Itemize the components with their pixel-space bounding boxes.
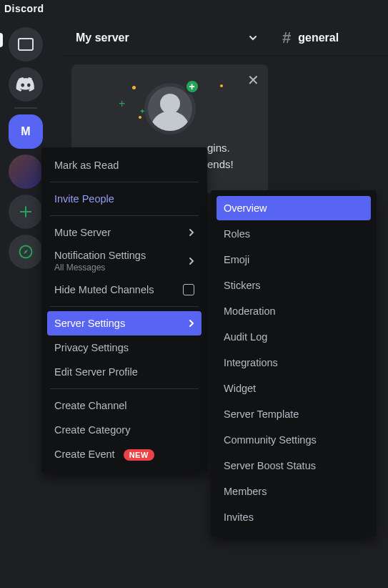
- invite-avatar[interactable]: +: [144, 83, 196, 134]
- invite-line2: ends!: [207, 157, 234, 173]
- submenu-stickers[interactable]: Stickers: [217, 273, 371, 298]
- submenu-moderation[interactable]: Moderation: [217, 299, 371, 323]
- submenu-roles[interactable]: Roles: [217, 222, 371, 246]
- app-title: Discord: [4, 3, 44, 14]
- hash-icon: #: [282, 29, 291, 47]
- menu-create-category[interactable]: Create Category: [47, 418, 202, 442]
- submenu-community-settings[interactable]: Community Settings: [217, 428, 371, 452]
- menu-mark-as-read[interactable]: Mark as Read: [47, 153, 202, 177]
- channel-header[interactable]: # general: [269, 20, 388, 56]
- server-my-server[interactable]: M: [9, 114, 43, 149]
- submenu-audit-log[interactable]: Audit Log: [217, 325, 371, 349]
- checkbox-icon: [183, 284, 194, 295]
- server-name-dropdown[interactable]: My server: [64, 20, 269, 56]
- chevron-right-icon: [189, 319, 194, 328]
- menu-edit-server-profile[interactable]: Edit Server Profile: [47, 360, 202, 384]
- add-badge-icon: +: [184, 79, 200, 94]
- menu-server-settings[interactable]: Server Settings: [47, 311, 202, 335]
- menu-hide-muted-channels[interactable]: Hide Muted Channels: [47, 278, 202, 302]
- menu-notification-settings[interactable]: Notification Settings All Messages: [47, 245, 202, 278]
- menu-separator: [50, 388, 199, 389]
- menu-mute-server[interactable]: Mute Server: [47, 220, 202, 245]
- submenu-widget[interactable]: Widget: [217, 376, 371, 401]
- dot-icon: [220, 84, 223, 87]
- dot-icon: [139, 116, 141, 119]
- explore-servers-button[interactable]: [9, 235, 43, 269]
- server-other[interactable]: [9, 155, 43, 189]
- submenu-emoji[interactable]: Emoji: [217, 248, 371, 272]
- discord-home-button[interactable]: [9, 67, 43, 102]
- direct-messages-button[interactable]: [9, 27, 43, 62]
- invite-text: gins. ends!: [207, 140, 234, 172]
- menu-separator: [50, 306, 199, 307]
- dot-icon: [132, 86, 136, 89]
- header: My server # general: [64, 20, 388, 56]
- channel-name-label: general: [298, 31, 339, 44]
- menu-create-channel[interactable]: Create Channel: [47, 393, 202, 418]
- menu-separator: [50, 215, 199, 216]
- chevron-down-icon: [248, 33, 258, 43]
- menu-privacy-settings[interactable]: Privacy Settings: [47, 335, 202, 360]
- submenu-members[interactable]: Members: [217, 479, 371, 504]
- submenu-overview[interactable]: Overview: [217, 196, 371, 220]
- server-context-menu: Mark as Read Invite People Mute Server N…: [41, 147, 207, 472]
- add-server-button[interactable]: [9, 195, 43, 229]
- compass-icon: [19, 245, 33, 259]
- menu-separator: [50, 182, 199, 182]
- selection-pill: [0, 33, 3, 47]
- discord-logo-icon: [16, 77, 36, 92]
- chevron-right-icon: [189, 228, 194, 237]
- chevron-right-icon: [189, 257, 194, 265]
- monitor-icon: [18, 38, 34, 51]
- close-icon[interactable]: ✕: [247, 72, 259, 89]
- submenu-invites[interactable]: Invites: [217, 505, 371, 529]
- sparkle-icon: +: [119, 97, 125, 110]
- invite-line1: gins.: [207, 140, 234, 157]
- server-name-label: My server: [76, 31, 129, 44]
- notification-sub-label: All Messages: [54, 263, 105, 273]
- new-badge: NEW: [124, 449, 154, 461]
- server-list-divider: [14, 107, 37, 109]
- plus-icon: [19, 205, 33, 219]
- submenu-server-template[interactable]: Server Template: [217, 402, 371, 426]
- submenu-server-boost-status[interactable]: Server Boost Status: [217, 454, 371, 478]
- menu-create-event[interactable]: Create Event NEW: [47, 442, 202, 466]
- sparkle-icon: ✦: [139, 107, 145, 115]
- submenu-integrations[interactable]: Integrations: [217, 351, 371, 375]
- menu-invite-people[interactable]: Invite People: [47, 187, 202, 211]
- server-settings-submenu: Overview Roles Emoji Stickers Moderation…: [211, 190, 377, 536]
